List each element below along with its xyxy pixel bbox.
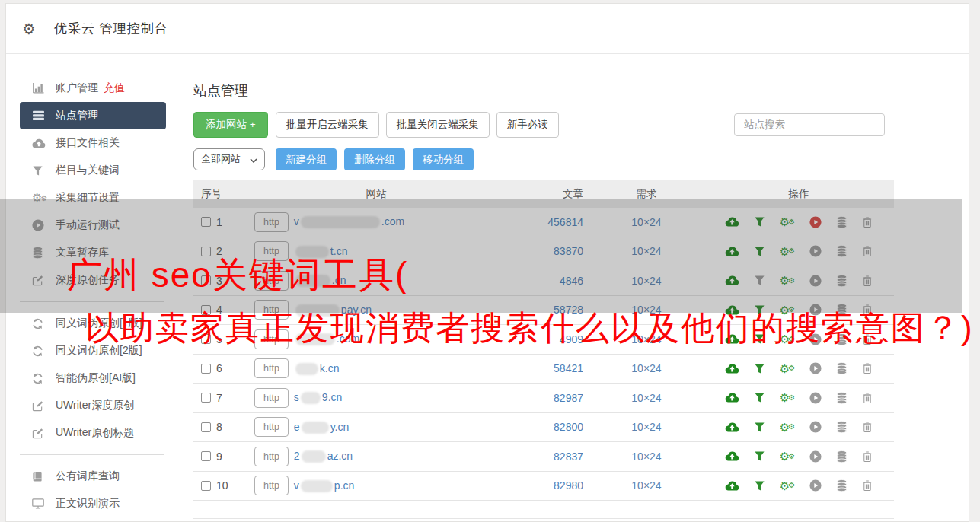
http-badge[interactable]: http xyxy=(254,329,289,349)
sidebar-item[interactable]: 智能伪原创[AI版] xyxy=(20,364,166,392)
site-link[interactable]: t.cn xyxy=(294,245,348,258)
gears-icon[interactable]: ⚙⚙ xyxy=(780,275,795,286)
gears-icon[interactable]: ⚙⚙ xyxy=(780,333,795,345)
http-badge[interactable]: http xyxy=(254,476,289,495)
database-icon[interactable] xyxy=(836,362,848,374)
play-icon[interactable] xyxy=(809,333,822,345)
http-badge[interactable]: http xyxy=(254,388,289,408)
gears-icon[interactable]: ⚙⚙ xyxy=(780,304,795,316)
gears-icon[interactable]: ⚙⚙ xyxy=(780,450,795,462)
gears-icon[interactable]: ⚙⚙ xyxy=(780,392,795,403)
trash-icon[interactable] xyxy=(862,245,873,257)
row-checkbox[interactable] xyxy=(201,275,211,285)
filter-icon[interactable] xyxy=(754,216,765,228)
trash-icon[interactable] xyxy=(862,216,873,228)
site-link[interactable]: v.com xyxy=(294,215,404,228)
batch-close-cloud-button[interactable]: 批量关闭云端采集 xyxy=(386,112,490,138)
filter-icon[interactable] xyxy=(754,480,765,492)
gears-icon[interactable]: ⚙⚙ xyxy=(780,246,795,257)
cloud-upload-icon[interactable] xyxy=(725,216,739,228)
cloud-upload-icon[interactable] xyxy=(725,333,739,345)
database-icon[interactable] xyxy=(836,333,848,345)
sidebar-item[interactable]: 文章暂存库 xyxy=(20,239,166,266)
trash-icon[interactable] xyxy=(862,333,873,345)
sidebar-item[interactable]: 账户管理 充值 xyxy=(20,75,166,102)
http-badge[interactable]: http xyxy=(254,358,289,378)
filter-icon[interactable] xyxy=(754,450,765,462)
sidebar-item[interactable]: 同义词伪原创[1版] xyxy=(20,310,166,337)
sidebar-item[interactable]: UWriter原创标题 xyxy=(20,419,166,447)
play-icon[interactable] xyxy=(809,362,822,374)
http-badge[interactable]: http xyxy=(254,212,289,232)
row-checkbox[interactable] xyxy=(201,334,211,344)
filter-icon[interactable] xyxy=(754,246,765,257)
cloud-upload-icon[interactable] xyxy=(725,422,739,433)
recharge-link[interactable]: 充值 xyxy=(104,81,125,95)
play-icon[interactable] xyxy=(809,450,822,463)
database-icon[interactable] xyxy=(836,245,848,257)
article-count-link[interactable]: 82837 xyxy=(554,450,583,463)
article-count-link[interactable]: 82800 xyxy=(554,421,583,433)
filter-icon[interactable] xyxy=(754,304,765,316)
article-count-link[interactable]: 4909 xyxy=(560,333,583,345)
row-checkbox[interactable] xyxy=(201,247,211,256)
cloud-upload-icon[interactable] xyxy=(725,450,739,462)
row-checkbox[interactable] xyxy=(201,393,211,403)
sidebar-item[interactable]: 站点管理 xyxy=(20,102,166,129)
play-icon[interactable] xyxy=(809,479,822,492)
play-icon[interactable] xyxy=(809,304,822,316)
cloud-upload-icon[interactable] xyxy=(725,246,739,257)
article-count-link[interactable]: 82980 xyxy=(554,479,583,492)
article-count-link[interactable]: 58728 xyxy=(554,304,583,316)
database-icon[interactable] xyxy=(836,275,848,287)
trash-icon[interactable] xyxy=(862,479,873,492)
sidebar-item[interactable]: 栏目与关键词 xyxy=(20,157,166,184)
row-checkbox[interactable] xyxy=(201,422,211,432)
database-icon[interactable] xyxy=(836,421,848,433)
site-link[interactable]: .com xyxy=(294,333,359,345)
filter-icon[interactable] xyxy=(754,422,765,433)
site-link[interactable]: k.cn xyxy=(294,362,340,375)
site-search-input[interactable] xyxy=(734,113,885,136)
site-link[interactable]: .cn xyxy=(294,274,346,287)
sidebar-item[interactable]: 手动运行测试 xyxy=(20,212,166,239)
sidebar-item[interactable]: 正文识别演示 xyxy=(20,490,166,517)
sidebar-item[interactable]: 同义词伪原创[2版] xyxy=(20,337,166,364)
filter-icon[interactable] xyxy=(754,333,765,345)
play-icon[interactable] xyxy=(809,421,822,433)
http-badge[interactable]: http xyxy=(254,241,289,261)
database-icon[interactable] xyxy=(836,392,848,404)
filter-icon[interactable] xyxy=(754,363,765,374)
article-count-link[interactable]: 4846 xyxy=(560,275,583,287)
trash-icon[interactable] xyxy=(862,392,873,404)
move-group-button[interactable]: 移动分组 xyxy=(413,148,474,171)
article-count-link[interactable]: 82987 xyxy=(554,392,583,404)
database-icon[interactable] xyxy=(836,216,848,228)
sidebar-item[interactable]: ⚙⚙ 采集细节设置 xyxy=(20,184,166,212)
trash-icon[interactable] xyxy=(862,304,873,316)
batch-open-cloud-button[interactable]: 批量开启云端采集 xyxy=(276,112,379,138)
gears-icon[interactable]: ⚙⚙ xyxy=(780,216,795,228)
http-badge[interactable]: http xyxy=(254,271,289,291)
site-link[interactable]: 2az.cn xyxy=(294,450,353,463)
newbie-guide-button[interactable]: 新手必读 xyxy=(496,112,559,138)
row-checkbox[interactable] xyxy=(201,451,211,461)
article-count-link[interactable]: 58421 xyxy=(554,362,583,374)
gears-icon[interactable]: ⚙⚙ xyxy=(780,422,795,433)
site-link[interactable]: s9.cn xyxy=(294,391,342,404)
trash-icon[interactable] xyxy=(862,450,873,463)
sidebar-item[interactable]: UWriter深度原创 xyxy=(20,392,166,419)
http-badge[interactable]: http xyxy=(254,417,289,437)
sidebar-item[interactable]: 深度原创任务 xyxy=(20,266,166,294)
row-checkbox[interactable] xyxy=(201,481,211,491)
trash-icon[interactable] xyxy=(862,362,873,374)
filter-icon[interactable] xyxy=(754,392,765,403)
play-icon[interactable] xyxy=(809,216,822,228)
add-site-button[interactable]: 添加网站 + xyxy=(193,112,268,138)
trash-icon[interactable] xyxy=(862,421,873,433)
delete-group-button[interactable]: 删除分组 xyxy=(344,148,405,171)
site-link[interactable]: ey.cn xyxy=(294,421,349,434)
article-count-link[interactable]: 456814 xyxy=(547,216,583,228)
database-icon[interactable] xyxy=(836,479,848,492)
trash-icon[interactable] xyxy=(862,275,873,287)
